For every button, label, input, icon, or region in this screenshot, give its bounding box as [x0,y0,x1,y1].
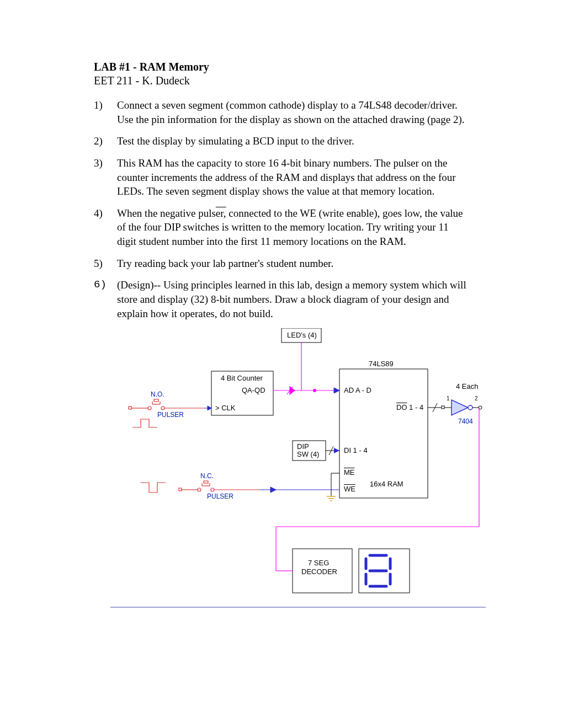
svg-marker-35 [334,448,339,453]
list-number: 2) [94,134,103,148]
label-pin2: 2 [475,395,478,402]
page-subtitle: EET 211 - K. Dudeck [94,74,469,87]
list-number: 4) [94,206,103,221]
list-text: Try reading back your lab partner's stud… [117,258,333,269]
label-ram-chip: 74LS89 [369,360,394,368]
page-title: LAB #1 - RAM Memory [94,61,469,73]
list-text: (Design)-- Using principles learned in t… [117,279,466,319]
list-item: 2)Test the display by simulating a BCD i… [94,134,469,148]
label-di: DI 1 - 4 [344,446,368,454]
svg-point-8 [148,406,151,410]
list-item: 4)When the negative pulser, connected to… [94,206,469,249]
svg-rect-15 [179,488,182,491]
circuit-diagram: LED's (4) 4 Bit Counter QA-QD > CLK N.O.… [110,328,486,626]
svg-rect-6 [129,406,131,409]
label-7seg-2: DECODER [301,568,337,576]
label-qa-qd: QA-QD [242,386,265,394]
list-text: When the negative pulser, connected to t… [117,207,463,247]
svg-rect-44 [442,406,444,409]
svg-point-9 [161,406,164,410]
label-leds: LED's (4) [287,331,317,339]
label-dip: DIP [297,442,309,451]
steps-list: 1)Connect a seven segment (common cathod… [94,98,469,320]
list-number: 5) [94,256,103,271]
svg-point-17 [198,488,201,491]
svg-marker-25 [208,406,211,410]
list-item: 6)(Design)-- Using principles learned in… [94,278,469,320]
label-ad: AD A - D [344,386,371,394]
svg-marker-28 [290,387,295,394]
list-item: 3)This RAM has the capacity to store 16 … [94,156,469,199]
label-we: WE [344,485,355,493]
label-clk: > CLK [215,404,236,412]
svg-marker-37 [270,487,276,493]
label-dip2: SW (4) [297,450,319,458]
list-item: 1)Connect a seven segment (common cathod… [94,98,469,126]
label-7404: 7404 [458,417,473,425]
label-4each: 4 Each [456,382,478,390]
label-pulser-1: PULSER [157,411,184,419]
svg-point-47 [468,405,472,410]
svg-marker-46 [452,400,468,415]
svg-point-18 [211,488,214,491]
list-text: This RAM has the capacity to store 16 4-… [117,157,456,197]
label-do: DO 1 - 4 [396,403,423,411]
list-text: Test the display by simulating a BCD inp… [117,135,354,147]
list-number: 3) [94,156,103,170]
list-number: 6) [94,278,107,292]
label-ram: 16x4 RAM [370,480,403,488]
svg-rect-13 [154,399,158,402]
label-7seg-1: 7 SEG [308,559,329,567]
label-pulser-2: PULSER [207,493,233,500]
label-counter: 4 Bit Counter [221,374,263,382]
label-pin1: 1 [447,395,450,402]
label-no: N.O. [151,390,164,398]
svg-rect-22 [204,481,208,483]
list-item: 5)Try reading back your lab partner's st… [94,256,469,271]
list-text: Connect a seven segment (common cathode)… [117,99,464,125]
list-number: 1) [94,98,103,113]
svg-marker-32 [334,388,339,393]
label-me: ME [344,468,355,477]
label-nc: N.C. [200,472,214,480]
